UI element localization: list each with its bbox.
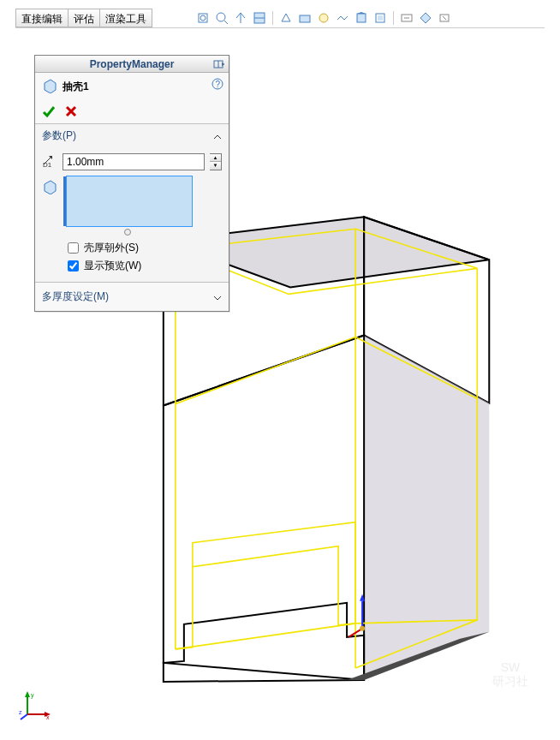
close-panel-icon[interactable] — [437, 10, 452, 26]
view-orient-icon[interactable] — [278, 10, 294, 26]
svg-marker-15 — [420, 13, 431, 23]
svg-marker-42 — [45, 80, 56, 93]
svg-point-2 — [217, 13, 225, 21]
section-multi-thickness-title: 多厚度设定(M) — [42, 289, 109, 304]
svg-marker-49 — [45, 181, 56, 194]
svg-text:x: x — [46, 714, 50, 720]
faces-selection-box[interactable] — [66, 176, 193, 227]
spinner-up-icon[interactable]: ▲ — [210, 154, 221, 163]
display-style-icon[interactable] — [297, 10, 313, 26]
prev-view-icon[interactable] — [233, 10, 248, 26]
svg-marker-6 — [282, 14, 290, 21]
section-multi-thickness-header[interactable]: 多厚度设定(M) — [35, 282, 229, 311]
section-parameters-title: 参数(P) — [42, 128, 76, 143]
view-settings-icon[interactable] — [372, 10, 388, 26]
svg-rect-9 — [357, 14, 366, 22]
expand-icon[interactable] — [399, 10, 414, 26]
show-preview-checkbox[interactable]: 显示预览(W) — [68, 259, 222, 273]
svg-line-3 — [224, 21, 228, 24]
section-icon[interactable] — [252, 10, 267, 26]
section-parameters-header[interactable]: 参数(P) — [35, 124, 229, 147]
cancel-icon[interactable] — [64, 104, 78, 118]
chevron-down-icon — [213, 293, 222, 301]
resize-handle-icon[interactable] — [124, 229, 131, 236]
shell-outward-label: 壳厚朝外(S) — [84, 241, 139, 255]
hide-show-icon[interactable] — [316, 10, 331, 26]
pm-actions — [35, 101, 229, 123]
edit-appearance-icon[interactable] — [335, 10, 350, 26]
watermark-line2: 研习社 — [492, 674, 528, 689]
shell-feature-icon — [42, 78, 57, 96]
svg-marker-10 — [357, 12, 366, 14]
svg-rect-12 — [378, 15, 383, 21]
svg-point-30 — [360, 626, 365, 631]
tab-evaluate[interactable]: 评估 — [68, 9, 100, 27]
show-preview-input[interactable] — [68, 260, 79, 272]
tab-render-tools[interactable]: 渲染工具 — [99, 9, 152, 27]
chevron-up-icon — [213, 132, 222, 140]
svg-point-8 — [319, 14, 328, 22]
shell-outward-input[interactable] — [68, 242, 79, 254]
svg-rect-7 — [300, 15, 310, 22]
show-preview-label: 显示预览(W) — [84, 259, 141, 273]
svg-text:y: y — [31, 692, 34, 699]
thickness-spinner[interactable]: ▲ ▼ — [210, 153, 222, 170]
zoom-area-icon[interactable] — [214, 10, 229, 26]
help-icon[interactable]: ? — [211, 78, 223, 90]
spinner-down-icon[interactable]: ▼ — [210, 162, 221, 170]
view-toolbar — [195, 9, 452, 27]
zoom-fit-icon[interactable] — [195, 10, 211, 26]
svg-marker-20 — [364, 335, 489, 679]
svg-point-1 — [200, 15, 206, 21]
svg-marker-32 — [25, 691, 30, 697]
faces-icon — [42, 179, 57, 197]
thickness-icon: D1 — [42, 152, 57, 170]
svg-line-17 — [443, 16, 446, 20]
svg-text:?: ? — [216, 80, 221, 89]
shell-outward-checkbox[interactable]: 壳厚朝外(S) — [68, 241, 222, 255]
pm-title: PropertyManager — [90, 58, 175, 70]
toolbar-divider — [393, 11, 394, 25]
tab-direct-edit[interactable]: 直接编辑 — [15, 9, 69, 27]
thickness-input[interactable] — [63, 153, 205, 170]
svg-marker-23 — [164, 603, 364, 682]
feature-name: 抽壳1 — [63, 80, 89, 94]
pin-icon[interactable] — [211, 57, 225, 71]
shaded-icon[interactable] — [418, 10, 433, 26]
svg-marker-22 — [164, 335, 364, 679]
pm-header: PropertyManager — [35, 56, 229, 73]
property-manager-panel: PropertyManager 抽壳1 ? 参数(P) — [34, 55, 229, 312]
axis-triad-icon[interactable]: y x z — [19, 689, 53, 723]
section-parameters: 参数(P) D1 ▲ ▼ — [35, 123, 229, 282]
ok-icon[interactable] — [42, 104, 56, 118]
watermark-line1: SW — [501, 660, 521, 674]
pm-feature-row: 抽壳1 ? — [35, 73, 229, 101]
toolbar-divider — [272, 11, 273, 25]
watermark: SW 研习社 — [485, 649, 536, 701]
apply-scene-icon[interactable] — [354, 10, 369, 26]
svg-text:z: z — [19, 709, 22, 715]
command-tabs: 直接编辑 评估 渲染工具 — [15, 9, 152, 27]
svg-text:D1: D1 — [43, 161, 52, 168]
